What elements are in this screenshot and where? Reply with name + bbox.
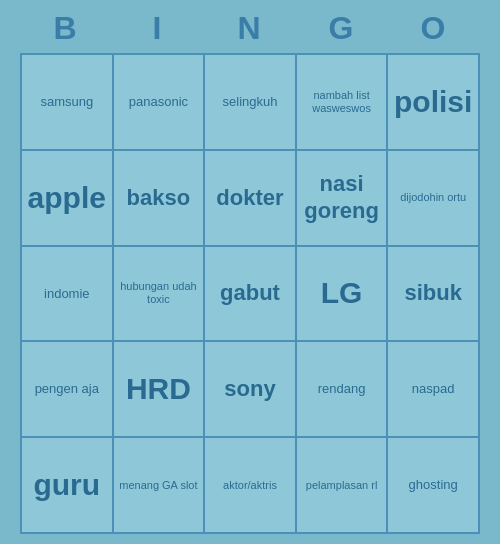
cell-text: ghosting — [409, 477, 458, 493]
cell-text: bakso — [127, 185, 191, 211]
bingo-cell[interactable]: hubungan udah toxic — [114, 247, 206, 343]
cell-text: dokter — [216, 185, 283, 211]
cell-text: HRD — [126, 371, 191, 407]
cell-text: rendang — [318, 381, 366, 397]
bingo-cell[interactable]: dijodohin ortu — [388, 151, 480, 247]
bingo-cell[interactable]: naspad — [388, 342, 480, 438]
bingo-cell[interactable]: samsung — [22, 55, 114, 151]
cell-text: sibuk — [404, 280, 461, 306]
cell-text: nasi goreng — [301, 171, 383, 224]
cell-text: guru — [33, 467, 100, 503]
header-letter: B — [20, 10, 112, 47]
bingo-cell[interactable]: pelamplasan rl — [297, 438, 389, 534]
bingo-cell[interactable]: menang GA slot — [114, 438, 206, 534]
bingo-cell[interactable]: indomie — [22, 247, 114, 343]
cell-text: pelamplasan rl — [306, 479, 378, 492]
cell-text: nambah list wasweswos — [301, 89, 383, 115]
header-letter: G — [296, 10, 388, 47]
bingo-cell[interactable]: apple — [22, 151, 114, 247]
header-letter: N — [204, 10, 296, 47]
bingo-cell[interactable]: sibuk — [388, 247, 480, 343]
bingo-cell[interactable]: LG — [297, 247, 389, 343]
bingo-cell[interactable]: sony — [205, 342, 297, 438]
cell-text: dijodohin ortu — [400, 191, 466, 204]
bingo-cell[interactable]: gabut — [205, 247, 297, 343]
cell-text: apple — [28, 180, 106, 216]
cell-text: polisi — [394, 84, 472, 120]
bingo-cell[interactable]: HRD — [114, 342, 206, 438]
cell-text: LG — [321, 275, 363, 311]
cell-text: gabut — [220, 280, 280, 306]
bingo-cell[interactable]: guru — [22, 438, 114, 534]
bingo-cell[interactable]: polisi — [388, 55, 480, 151]
bingo-cell[interactable]: rendang — [297, 342, 389, 438]
bingo-cell[interactable]: dokter — [205, 151, 297, 247]
bingo-cell[interactable]: nasi goreng — [297, 151, 389, 247]
cell-text: indomie — [44, 286, 90, 302]
cell-text: naspad — [412, 381, 455, 397]
bingo-grid: samsungpanasonicselingkuhnambah list was… — [20, 53, 480, 534]
cell-text: sony — [224, 376, 275, 402]
header-letter: O — [388, 10, 480, 47]
bingo-cell[interactable]: ghosting — [388, 438, 480, 534]
bingo-header: BINGO — [20, 10, 480, 47]
bingo-cell[interactable]: pengen aja — [22, 342, 114, 438]
bingo-cell[interactable]: panasonic — [114, 55, 206, 151]
cell-text: hubungan udah toxic — [118, 280, 200, 306]
cell-text: aktor/aktris — [223, 479, 277, 492]
bingo-cell[interactable]: aktor/aktris — [205, 438, 297, 534]
cell-text: panasonic — [129, 94, 188, 110]
cell-text: menang GA slot — [119, 479, 197, 492]
cell-text: samsung — [40, 94, 93, 110]
bingo-cell[interactable]: selingkuh — [205, 55, 297, 151]
bingo-cell[interactable]: bakso — [114, 151, 206, 247]
bingo-cell[interactable]: nambah list wasweswos — [297, 55, 389, 151]
header-letter: I — [112, 10, 204, 47]
cell-text: selingkuh — [223, 94, 278, 110]
cell-text: pengen aja — [35, 381, 99, 397]
